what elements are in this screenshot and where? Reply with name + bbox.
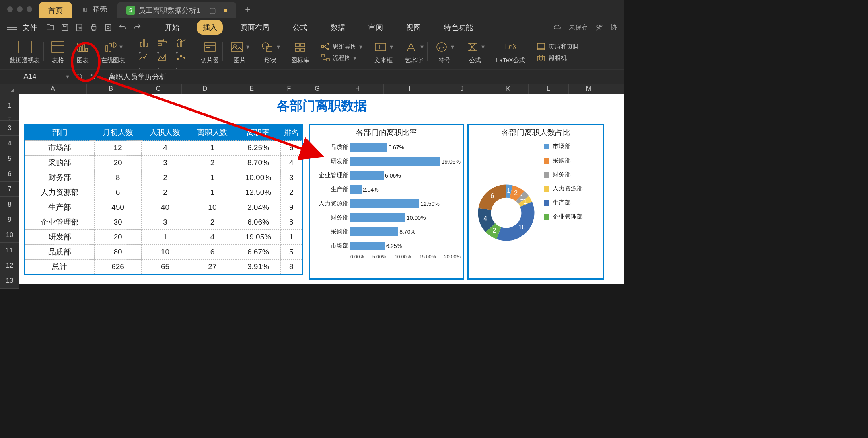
table-button[interactable]: 表格 xyxy=(47,39,69,64)
table-cell[interactable]: 人力资源部 xyxy=(25,185,95,200)
camera-button[interactable]: 照相机 xyxy=(537,54,567,62)
table-cell[interactable]: 企业管理部 xyxy=(25,215,95,230)
tab-document[interactable]: S 员工离职数据分析1 ▢ xyxy=(117,2,236,18)
table-cell[interactable]: 20 xyxy=(94,156,141,170)
column-header[interactable]: L xyxy=(529,84,569,94)
latex-button[interactable]: TεX LaTeX公式 xyxy=(492,39,529,64)
table-cell[interactable]: 450 xyxy=(94,200,141,215)
table-cell[interactable]: 65 xyxy=(142,260,189,275)
wordart-button[interactable]: ▾ 艺术字 xyxy=(400,39,428,64)
row-header[interactable]: 4 xyxy=(0,136,19,151)
menu-tab-0[interactable]: 开始 xyxy=(159,20,185,35)
combo-chart-icon[interactable]: ▾ xyxy=(176,37,187,47)
hamburger-menu-icon[interactable] xyxy=(7,25,17,30)
table-cell[interactable]: 4 xyxy=(280,156,302,170)
scatter-chart-icon[interactable]: ▾ xyxy=(176,53,187,62)
table-cell[interactable]: 12.50% xyxy=(236,185,281,200)
shape-button[interactable]: ▾ 形状 xyxy=(257,39,284,64)
row-header[interactable]: 13 xyxy=(0,273,19,289)
print-icon[interactable] xyxy=(89,23,98,32)
column-header[interactable]: A xyxy=(19,84,87,94)
menu-tab-1[interactable]: 插入 xyxy=(197,20,223,35)
table-cell[interactable]: 1 xyxy=(280,230,302,245)
table-cell[interactable]: 8 xyxy=(280,215,302,230)
redo-icon[interactable] xyxy=(133,23,142,32)
table-cell[interactable]: 1 xyxy=(142,230,189,245)
row-header[interactable]: 11 xyxy=(0,243,19,258)
online-chart-button[interactable]: ▾ 在线图表 xyxy=(97,39,129,64)
table-cell[interactable]: 生产部 xyxy=(25,200,95,215)
bar-chart-icon[interactable]: ▾ xyxy=(157,37,169,47)
table-cell[interactable]: 30 xyxy=(94,215,141,230)
table-cell[interactable]: 2 xyxy=(142,185,189,200)
row-header[interactable]: 3 xyxy=(0,121,19,136)
column-header[interactable]: I xyxy=(384,84,436,94)
icon-library-button[interactable]: 图标库 xyxy=(287,39,313,64)
close-window-icon[interactable] xyxy=(7,6,13,12)
minimize-window-icon[interactable] xyxy=(17,6,23,12)
column-header[interactable]: E xyxy=(228,84,275,94)
column-header[interactable]: F xyxy=(275,84,303,94)
table-cell[interactable]: 6 xyxy=(94,185,141,200)
column-header[interactable]: M xyxy=(569,84,609,94)
area-chart-icon[interactable]: ▾ xyxy=(157,53,169,62)
table-cell[interactable]: 10 xyxy=(189,200,236,215)
menu-tab-4[interactable]: 数据 xyxy=(325,20,351,35)
table-cell[interactable]: 80 xyxy=(94,245,141,260)
row-header[interactable]: 8 xyxy=(0,197,19,212)
table-cell[interactable]: 9 xyxy=(280,200,302,215)
mindmap-button[interactable]: 思维导图▾ xyxy=(321,43,362,51)
table-cell[interactable]: 总计 xyxy=(25,260,95,275)
table-cell[interactable]: 1 xyxy=(189,170,236,185)
table-cell[interactable]: 2 xyxy=(142,170,189,185)
symbol-button[interactable]: ▾ 符号 xyxy=(431,39,458,64)
table-cell[interactable]: 品质部 xyxy=(25,245,95,260)
table-cell[interactable]: 研发部 xyxy=(25,230,95,245)
table-cell[interactable]: 8 xyxy=(280,260,302,275)
open-icon[interactable] xyxy=(46,23,55,32)
presentation-mode-icon[interactable]: ▢ xyxy=(209,6,216,15)
column-header[interactable]: H xyxy=(331,84,384,94)
print-preview-icon[interactable] xyxy=(104,23,113,32)
table-cell[interactable]: 3.91% xyxy=(236,260,281,275)
formula-input[interactable]: 离职人员学历分析 xyxy=(101,72,624,82)
table-cell[interactable]: 1 xyxy=(189,141,236,156)
header-footer-button[interactable]: 页眉和页脚 xyxy=(537,43,579,51)
table-cell[interactable]: 2 xyxy=(189,215,236,230)
undo-icon[interactable] xyxy=(118,23,127,32)
menu-tab-2[interactable]: 页面布局 xyxy=(235,20,275,35)
table-cell[interactable]: 2 xyxy=(280,185,302,200)
table-cell[interactable]: 6 xyxy=(189,245,236,260)
row-header[interactable]: 5 xyxy=(0,151,19,166)
menu-tab-5[interactable]: 审阅 xyxy=(363,20,389,35)
table-cell[interactable]: 10.00% xyxy=(236,170,281,185)
table-cell[interactable]: 市场部 xyxy=(25,141,95,156)
table-cell[interactable]: 2 xyxy=(189,156,236,170)
slicer-button[interactable]: 切片器 xyxy=(197,39,223,64)
column-header[interactable]: B xyxy=(87,84,135,94)
row-header[interactable]: 9 xyxy=(0,212,19,227)
menu-tab-3[interactable]: 公式 xyxy=(287,20,313,35)
table-cell[interactable]: 12 xyxy=(94,141,141,156)
table-cell[interactable]: 20 xyxy=(94,230,141,245)
table-cell[interactable]: 1 xyxy=(189,185,236,200)
table-cell[interactable]: 6.25% xyxy=(236,141,281,156)
save-icon[interactable] xyxy=(60,23,69,32)
donut-chart[interactable]: 各部门离职人数占比 121110246 市场部采购部财务部人力资源部生产部企业管… xyxy=(467,124,604,280)
table-cell[interactable]: 6 xyxy=(280,141,302,156)
row-header[interactable]: 1 xyxy=(0,94,19,117)
table-cell[interactable]: 4 xyxy=(142,141,189,156)
table-cell[interactable]: 财务部 xyxy=(25,170,95,185)
table-cell[interactable]: 3 xyxy=(280,170,302,185)
row-header[interactable]: 2 xyxy=(0,117,19,121)
table-cell[interactable]: 40 xyxy=(142,200,189,215)
export-pdf-icon[interactable]: PDF xyxy=(75,23,84,32)
fx-icon[interactable]: fx xyxy=(90,73,95,80)
name-box[interactable]: A14 xyxy=(0,72,60,81)
tab-home[interactable]: 首页 xyxy=(39,2,72,18)
table-cell[interactable]: 27 xyxy=(189,260,236,275)
flowchart-button[interactable]: 流程图▾ xyxy=(321,54,356,62)
row-header[interactable]: 10 xyxy=(0,227,19,243)
table-cell[interactable]: 6.67% xyxy=(236,245,281,260)
menu-tab-7[interactable]: 特色功能 xyxy=(438,20,479,35)
